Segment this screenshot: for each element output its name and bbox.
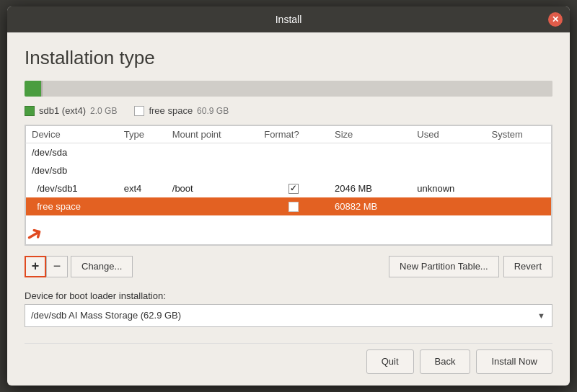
cell-type: ext4 [118,179,167,197]
cell-size [329,143,411,162]
install-now-button[interactable]: Install Now [476,349,552,374]
table-row[interactable]: /dev/sdb1 ext4 /boot ✓ 2046 MB unknown [26,179,552,197]
table-row-empty [26,215,552,244]
cell-size: 2046 MB [329,179,411,197]
cell-size-free: 60882 MB [329,197,411,215]
partition-toolbar: ➜ + − Change... New Partition Table... R… [25,256,552,277]
close-icon: ✕ [552,14,559,24]
legend-size-free: 60.9 GB [197,106,229,116]
table-header-row: Device Type Mount point Format? Size Use… [26,126,552,143]
quit-button[interactable]: Quit [366,349,414,374]
format-checkbox-free[interactable] [288,202,299,212]
add-partition-button[interactable]: + [25,256,46,277]
cell-mount [167,161,258,179]
cell-format [258,161,329,179]
empty-cell [26,215,552,244]
cell-device: /dev/sdb1 [26,179,118,197]
cell-device-free: free space [26,197,118,215]
footer-buttons: Quit Back Install Now [25,343,552,374]
window-title: Install [276,14,302,25]
cell-format [258,143,329,162]
boot-section: Device for boot loader installation: /de… [25,290,552,327]
change-partition-button[interactable]: Change... [71,256,133,277]
cell-format: ✓ [258,179,329,197]
col-system: System [486,126,552,143]
revert-button[interactable]: Revert [503,256,552,277]
col-format: Format? [258,126,329,143]
back-button[interactable]: Back [420,349,471,374]
legend-item-free: free space 60.9 GB [134,105,229,116]
col-type: Type [118,126,167,143]
col-used: Used [411,126,485,143]
cell-system-free [486,197,552,215]
partition-table: Device Type Mount point Format? Size Use… [25,125,552,245]
titlebar: Install ✕ [7,6,570,32]
legend-item-sdb1: sdb1 (ext4) 2.0 GB [25,105,117,116]
legend-label-sdb1: sdb1 (ext4) [39,105,86,116]
legend-size-sdb1: 2.0 GB [90,106,117,116]
main-window: Install ✕ Installation type sdb1 (ext4) … [7,6,570,386]
cell-mount [167,143,258,162]
disk-bar [25,81,552,97]
cell-used [411,143,485,162]
table-row[interactable]: /dev/sda [26,143,552,162]
cell-size [329,161,411,179]
table-row-free[interactable]: free space 60882 MB [26,197,552,215]
disk-bar-used [25,81,41,97]
col-mount: Mount point [167,126,258,143]
boot-loader-label: Device for boot loader installation: [25,290,552,301]
cell-device: /dev/sdb [26,161,118,179]
legend-color-free [134,106,144,116]
boot-loader-select[interactable]: /dev/sdb AI Mass Storage (62.9 GB) [25,304,552,327]
disk-bar-free [41,81,552,97]
cell-used: unknown [411,179,485,197]
legend-label-free: free space [149,105,193,116]
cell-system [486,179,552,197]
cell-mount: /boot [167,179,258,197]
boot-select-wrapper: /dev/sdb AI Mass Storage (62.9 GB) [25,304,552,327]
cell-format-free [258,197,329,215]
new-partition-table-button[interactable]: New Partition Table... [389,256,499,277]
cell-device: /dev/sda [26,143,118,162]
cell-system [486,161,552,179]
col-device: Device [26,126,118,143]
partition-table-wrapper: Device Type Mount point Format? Size Use… [25,125,552,246]
cell-used-free [411,197,485,215]
remove-partition-button[interactable]: − [46,256,68,277]
legend-color-green [25,106,35,116]
content-area: Installation type sdb1 (ext4) 2.0 GB fre… [7,32,570,386]
cell-type [118,143,167,162]
format-checkbox-sdb1[interactable]: ✓ [288,184,299,194]
col-size: Size [329,126,411,143]
cell-used [411,161,485,179]
close-button[interactable]: ✕ [548,12,563,27]
cell-type-free [118,197,167,215]
page-title: Installation type [25,47,552,69]
cell-mount-free [167,197,258,215]
table-row[interactable]: /dev/sdb [26,161,552,179]
disk-legend: sdb1 (ext4) 2.0 GB free space 60.9 GB [25,105,552,116]
cell-system [486,143,552,162]
cell-type [118,161,167,179]
